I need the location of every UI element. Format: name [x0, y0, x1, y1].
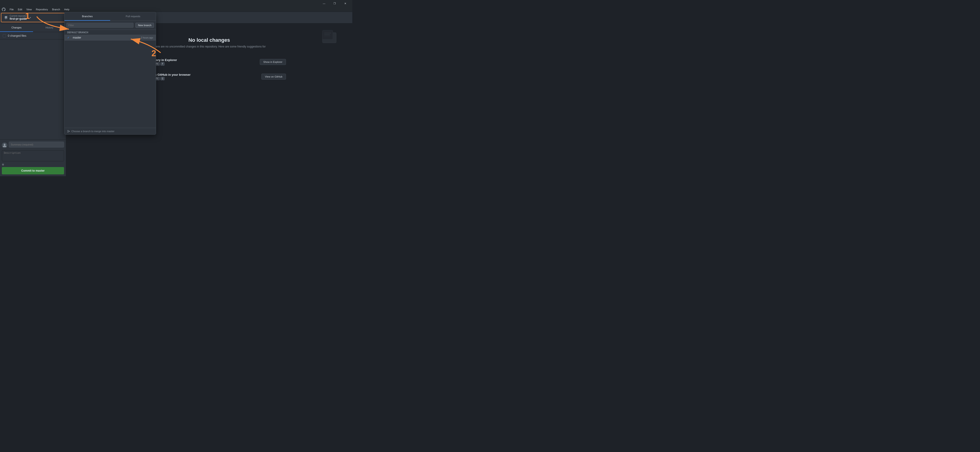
- menu-item-branch[interactable]: Branch: [50, 8, 62, 11]
- changed-files-count: 0 changed files: [8, 34, 26, 37]
- menu-item-repository[interactable]: Repository: [34, 8, 50, 11]
- menu-item-edit[interactable]: Edit: [16, 8, 24, 11]
- avatar: [2, 142, 7, 148]
- no-changes-title: No local changes: [188, 37, 230, 43]
- deco-graphic: [320, 28, 339, 47]
- menu-item-file[interactable]: File: [8, 8, 16, 11]
- titlebar: — ❐ ✕: [0, 0, 352, 7]
- close-button[interactable]: ✕: [340, 0, 350, 7]
- new-branch-button[interactable]: New branch: [135, 23, 154, 28]
- repo-chevron-icon: ▾: [30, 16, 31, 19]
- commit-button[interactable]: Commit to master: [2, 167, 64, 174]
- add-coauthor-icon: ⊕: [2, 163, 4, 166]
- branch-item-name: master: [73, 36, 139, 39]
- summary-input[interactable]: [9, 142, 64, 148]
- maximize-button[interactable]: ❐: [329, 0, 340, 7]
- merge-icon: [67, 130, 70, 133]
- show-in-explorer-button[interactable]: Show in Explorer: [260, 59, 286, 65]
- branch-dropdown: Branches Pull requests New branch Defaul…: [64, 12, 156, 135]
- merge-footer-text: Choose a branch to merge into master: [72, 130, 115, 133]
- branch-filter-input[interactable]: [66, 23, 134, 28]
- left-panel: Changes History 0 changed files ⊕ Commit…: [0, 24, 66, 176]
- svg-rect-2: [323, 30, 333, 40]
- menubar: const menuData = JSON.parse(document.get…: [0, 7, 352, 12]
- branch-dropdown-footer[interactable]: Choose a branch to merge into master: [65, 128, 156, 134]
- branch-tab-prs[interactable]: Pull requests: [110, 12, 156, 21]
- branch-list-empty: [65, 41, 156, 128]
- repo-icon: [4, 16, 8, 19]
- svg-point-0: [4, 144, 5, 145]
- branch-dropdown-tabs: Branches Pull requests: [65, 12, 156, 21]
- default-branch-label: Default branch: [65, 30, 156, 35]
- description-input[interactable]: [2, 150, 64, 161]
- commit-area: ⊕ Commit to master: [0, 140, 66, 176]
- panel-tabs: Changes History: [0, 24, 66, 32]
- branch-filter-row: New branch: [65, 21, 156, 30]
- titlebar-controls: — ❐ ✕: [319, 0, 350, 7]
- view-on-github-button[interactable]: View on GitHub: [261, 74, 286, 80]
- toolbar: Current repository first-pr-guide ▾ Curr…: [0, 12, 352, 24]
- tab-changes[interactable]: Changes: [0, 24, 33, 32]
- tab-history[interactable]: History: [33, 24, 66, 32]
- branch-selected-icon: ✓: [67, 36, 71, 39]
- minimize-button[interactable]: —: [319, 0, 329, 7]
- changes-header: 0 changed files: [0, 32, 66, 40]
- commit-summary-row: [2, 142, 64, 149]
- branch-item-time: 2 hours ago: [141, 37, 153, 39]
- no-changes-subtitle: There are no uncommitted changes in this…: [153, 45, 266, 48]
- menu-item-view[interactable]: View: [25, 8, 34, 11]
- repo-name: first-pr-guide: [10, 17, 28, 21]
- branch-tab-branches[interactable]: Branches: [65, 12, 110, 21]
- branch-item-master[interactable]: ✓ master 2 hours ago: [65, 35, 156, 41]
- select-all-checkbox[interactable]: [3, 34, 6, 37]
- current-repo-section[interactable]: Current repository first-pr-guide ▾: [1, 13, 65, 22]
- changes-list-area: [0, 40, 66, 140]
- repo-label: Current repository: [10, 15, 28, 17]
- add-coauthor-button[interactable]: ⊕: [2, 162, 64, 167]
- menu-item-help[interactable]: Help: [62, 8, 72, 11]
- github-logo: [1, 8, 6, 11]
